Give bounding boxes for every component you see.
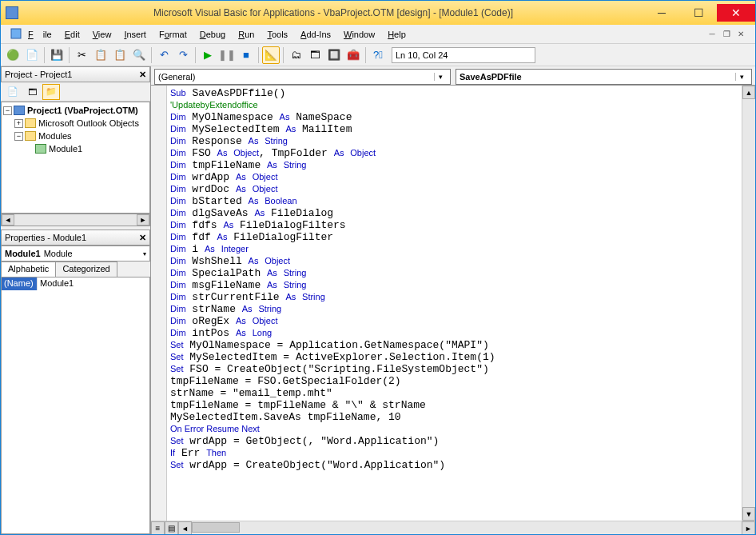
redo-icon[interactable]: ↷ xyxy=(174,46,192,64)
scroll-left-icon[interactable]: ◄ xyxy=(2,214,14,226)
mdi-close-button[interactable]: ✕ xyxy=(734,29,747,40)
collapse-icon[interactable]: − xyxy=(14,132,23,141)
code-editor[interactable]: Sub SaveAsPDFfile() 'UpdatebyExtendoffic… xyxy=(167,86,742,521)
svg-rect-0 xyxy=(11,29,21,38)
property-key: (Name) xyxy=(2,277,37,290)
menu-window[interactable]: Window xyxy=(339,28,380,41)
code-margin xyxy=(151,86,167,521)
run-icon[interactable]: ▶ xyxy=(199,46,217,64)
tab-alphabetic[interactable]: Alphabetic xyxy=(1,262,56,277)
view-object-icon[interactable]: 🗔 xyxy=(23,84,41,100)
scroll-left-icon[interactable]: ◄ xyxy=(178,521,192,534)
properties-pane-title: Properties - Module1 xyxy=(5,233,86,242)
insert-module-icon[interactable]: 📄 xyxy=(23,46,41,64)
properties-pane-header: Properties - Module1 ✕ xyxy=(1,230,150,246)
tree-label: Project1 (VbaProject.OTM) xyxy=(27,106,138,115)
chevron-down-icon[interactable]: ▾ xyxy=(143,250,146,258)
tree-label: Module1 xyxy=(49,144,82,154)
properties-pane-close-icon[interactable]: ✕ xyxy=(139,233,146,243)
close-button[interactable]: ✕ xyxy=(717,4,755,22)
project-pane-title: Project - Project1 xyxy=(5,70,72,79)
scroll-up-icon[interactable]: ▲ xyxy=(742,86,755,99)
copy-icon[interactable]: 📋 xyxy=(92,46,109,64)
tree-node-project[interactable]: − Project1 (VbaProject.OTM) xyxy=(3,104,148,117)
project-explorer-icon[interactable]: 🗂 xyxy=(287,46,304,64)
project-icon xyxy=(14,106,25,115)
window-title: Microsoft Visual Basic for Applications … xyxy=(23,7,643,18)
app-icon xyxy=(6,6,18,19)
vba-icon xyxy=(10,28,22,39)
paste-icon[interactable]: 📋 xyxy=(111,46,129,64)
project-pane-header: Project - Project1 ✕ xyxy=(1,66,150,82)
menu-addins[interactable]: Add-Ins xyxy=(296,28,336,41)
tree-node-module1[interactable]: Module1 xyxy=(3,142,148,155)
undo-icon[interactable]: ↶ xyxy=(155,46,173,64)
view-code-icon[interactable]: 📄 xyxy=(4,84,22,100)
project-hscrollbar[interactable]: ◄ ► xyxy=(1,214,150,226)
toggle-folders-icon[interactable]: 📁 xyxy=(42,84,60,100)
dropdown-bold: Module1 xyxy=(5,249,41,258)
combo-value: SaveAsPDFfile xyxy=(460,72,522,82)
procedure-view-icon[interactable]: ≡ xyxy=(151,521,165,534)
mdi-minimize-button[interactable]: ─ xyxy=(706,29,718,40)
folder-icon xyxy=(25,131,36,141)
mdi-restore-button[interactable]: ❐ xyxy=(720,29,733,40)
tree-label: Microsoft Outlook Objects xyxy=(38,118,139,128)
menu-run[interactable]: Run xyxy=(233,28,259,41)
line-column-indicator xyxy=(392,47,535,63)
properties-window-icon[interactable]: 🗔 xyxy=(306,46,324,64)
procedure-combo[interactable]: SaveAsPDFfile ▾ xyxy=(456,69,752,85)
chevron-down-icon[interactable]: ▾ xyxy=(434,73,447,81)
scroll-down-icon[interactable]: ▼ xyxy=(742,507,755,521)
code-vscrollbar[interactable]: ▲ ▼ xyxy=(742,86,755,521)
tree-node-modules[interactable]: − Modules xyxy=(3,130,148,142)
properties-tabs: Alphabetic Categorized xyxy=(1,262,150,277)
menu-debug[interactable]: Debug xyxy=(195,28,230,41)
scroll-thumb[interactable] xyxy=(192,522,240,533)
project-pane-close-icon[interactable]: ✕ xyxy=(139,70,146,80)
property-row-name[interactable]: (Name) Module1 xyxy=(2,277,149,290)
menubar: File Edit View Insert Format Debug Run T… xyxy=(1,25,755,44)
properties-grid[interactable]: (Name) Module1 xyxy=(1,277,150,534)
scroll-right-icon[interactable]: ► xyxy=(742,521,755,534)
titlebar: Microsoft Visual Basic for Applications … xyxy=(1,1,755,25)
scroll-right-icon[interactable]: ► xyxy=(137,214,149,226)
menu-tools[interactable]: Tools xyxy=(262,28,292,41)
project-pane-toolbar: 📄 🗔 📁 xyxy=(1,82,150,102)
find-icon[interactable]: 🔍 xyxy=(130,46,148,64)
collapse-icon[interactable]: − xyxy=(3,106,12,115)
maximize-button[interactable]: ☐ xyxy=(680,4,717,22)
properties-object-dropdown[interactable]: Module1 Module ▾ xyxy=(1,246,150,262)
code-hscrollbar[interactable] xyxy=(192,521,742,534)
tree-node-outlook-objects[interactable]: + Microsoft Outlook Objects xyxy=(3,117,148,130)
tab-categorized[interactable]: Categorized xyxy=(55,262,117,277)
property-value[interactable]: Module1 xyxy=(37,277,149,290)
object-combo[interactable]: (General) ▾ xyxy=(154,69,451,85)
save-icon[interactable]: 💾 xyxy=(48,46,66,64)
folder-icon xyxy=(25,118,36,128)
standard-toolbar: 🟢 📄 💾 ✂ 📋 📋 🔍 ↶ ↷ ▶ ❚❚ ■ 📐 🗂 🗔 🔲 🧰 ?⃝ xyxy=(1,44,755,66)
combo-value: (General) xyxy=(158,72,195,82)
break-icon[interactable]: ❚❚ xyxy=(218,46,236,64)
design-mode-icon[interactable]: 📐 xyxy=(262,46,280,64)
tree-label: Modules xyxy=(38,131,72,141)
expand-icon[interactable]: + xyxy=(14,119,23,128)
object-browser-icon[interactable]: 🔲 xyxy=(325,46,343,64)
menu-insert[interactable]: Insert xyxy=(119,28,151,41)
menu-format[interactable]: Format xyxy=(154,28,192,41)
full-module-view-icon[interactable]: ▤ xyxy=(165,521,178,534)
menu-file[interactable]: File xyxy=(23,28,57,41)
menu-view[interactable]: View xyxy=(88,28,117,41)
cut-icon[interactable]: ✂ xyxy=(73,46,90,64)
toolbox-icon[interactable]: 🧰 xyxy=(344,46,362,64)
view-outlook-icon[interactable]: 🟢 xyxy=(4,46,22,64)
reset-icon[interactable]: ■ xyxy=(237,46,255,64)
minimize-button[interactable]: ─ xyxy=(643,4,680,22)
module-icon xyxy=(35,144,46,154)
menu-edit[interactable]: Edit xyxy=(60,28,85,41)
dropdown-rest: Module xyxy=(44,249,73,258)
menu-help[interactable]: Help xyxy=(383,28,411,41)
project-tree[interactable]: − Project1 (VbaProject.OTM) + Microsoft … xyxy=(1,102,150,214)
chevron-down-icon[interactable]: ▾ xyxy=(735,73,748,81)
help-icon[interactable]: ?⃝ xyxy=(369,46,387,64)
